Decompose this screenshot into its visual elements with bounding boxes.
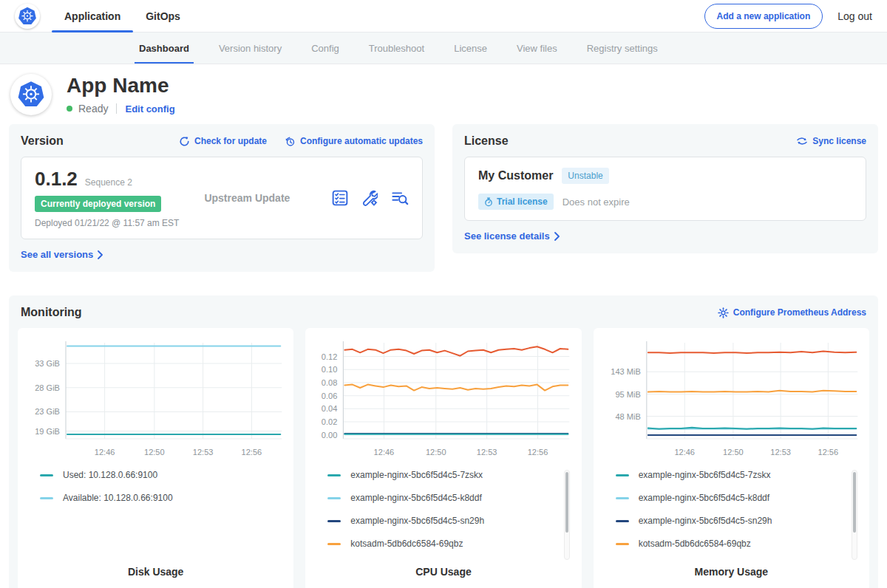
nav-tab-label: GitOps bbox=[146, 10, 180, 22]
nav-tab-application[interactable]: Application bbox=[52, 0, 133, 33]
link-label: Check for update bbox=[194, 136, 267, 146]
check-for-update-link[interactable]: Check for update bbox=[179, 136, 267, 147]
configure-prometheus-link[interactable]: Configure Prometheus Address bbox=[718, 307, 866, 318]
svg-text:23 GiB: 23 GiB bbox=[35, 407, 60, 416]
legend-label: example-nginx-5bc6f5d4c5-sn29h bbox=[350, 516, 484, 526]
legend-swatch bbox=[327, 474, 341, 476]
logout-button[interactable]: Log out bbox=[837, 10, 872, 22]
svg-text:12:46: 12:46 bbox=[674, 448, 695, 457]
sub-nav: Dashboard Version history Config Trouble… bbox=[0, 33, 887, 64]
deployed-badge: Currently deployed version bbox=[35, 196, 161, 212]
legend-swatch bbox=[327, 543, 341, 545]
edit-config-link[interactable]: Edit config bbox=[125, 103, 174, 114]
disk-usage-legend: Used: 10.128.0.66:9100Available: 10.128.… bbox=[25, 470, 286, 563]
legend-label: kotsadm-5db6dc6584-69qbz bbox=[639, 539, 751, 549]
legend-item: kotsadm-5db6dc6584-69qbz bbox=[616, 539, 862, 549]
chart-line bbox=[345, 346, 568, 355]
tab-config[interactable]: Config bbox=[296, 33, 354, 64]
configure-automatic-updates-link[interactable]: Configure automatic updates bbox=[285, 136, 423, 147]
svg-text:0.06: 0.06 bbox=[322, 392, 337, 400]
stopwatch-icon bbox=[484, 197, 493, 207]
svg-text:0.02: 0.02 bbox=[322, 417, 337, 426]
deployed-timestamp: Deployed 01/21/22 @ 11:57 am EST bbox=[35, 218, 179, 228]
app-header: App Name Ready Edit config bbox=[0, 64, 887, 124]
legend-scrollbar[interactable] bbox=[852, 470, 857, 560]
license-card-title: License bbox=[464, 134, 509, 148]
charts-row: 19 GiB23 GiB28 GiB33 GiB12:4612:5012:531… bbox=[18, 328, 869, 588]
legend-swatch bbox=[40, 497, 53, 499]
disk-usage-chart-card: 19 GiB23 GiB28 GiB33 GiB12:4612:5012:531… bbox=[18, 328, 293, 588]
legend-label: example-nginx-5bc6f5d4c5-7zskx bbox=[639, 470, 771, 480]
legend-swatch bbox=[40, 474, 53, 476]
legend-item: example-nginx-5bc6f5d4c5-sn29h bbox=[616, 516, 862, 526]
svg-text:12:56: 12:56 bbox=[528, 448, 548, 457]
svg-text:0.12: 0.12 bbox=[322, 352, 337, 361]
svg-text:28 GiB: 28 GiB bbox=[35, 383, 60, 392]
legend-item: example-nginx-5bc6f5d4c5-k8ddf bbox=[327, 493, 574, 503]
clock-refresh-icon bbox=[285, 136, 296, 147]
tab-view-files[interactable]: View files bbox=[502, 33, 572, 64]
config-wrench-icon[interactable] bbox=[361, 190, 378, 206]
see-all-versions-link[interactable]: See all versions bbox=[21, 249, 103, 260]
sync-arrows-icon bbox=[796, 136, 808, 146]
license-type-badge: Trial license bbox=[478, 194, 554, 210]
svg-text:12:46: 12:46 bbox=[374, 448, 395, 457]
svg-text:33 GiB: 33 GiB bbox=[35, 359, 60, 368]
link-label: Configure Prometheus Address bbox=[733, 307, 866, 318]
version-number: 0.1.2 bbox=[35, 168, 78, 191]
add-application-button[interactable]: Add a new application bbox=[704, 4, 823, 29]
chart-title: CPU Usage bbox=[313, 566, 574, 578]
legend-scrollbar[interactable] bbox=[564, 470, 570, 560]
license-box: My Customer Unstable Trial license Does … bbox=[464, 157, 866, 221]
status-dot bbox=[67, 106, 72, 112]
scrollbar-thumb[interactable] bbox=[565, 472, 568, 533]
legend-swatch bbox=[616, 543, 629, 545]
cpu-usage-chart-card: 0.000.020.040.060.080.100.1212:4612:5012… bbox=[305, 328, 581, 588]
legend-label: Used: 10.128.0.66:9100 bbox=[63, 470, 157, 480]
svg-text:0.00: 0.00 bbox=[322, 431, 337, 440]
cpu-usage-legend: example-nginx-5bc6f5d4c5-7zskxexample-ng… bbox=[313, 470, 574, 563]
monitoring-section: Monitoring Configure Prometheus Address … bbox=[9, 295, 878, 588]
monitoring-title: Monitoring bbox=[21, 306, 82, 319]
top-nav-right: Add a new application Log out bbox=[704, 4, 872, 29]
legend-item: Used: 10.128.0.66:9100 bbox=[40, 470, 286, 480]
nav-tab-gitops[interactable]: GitOps bbox=[133, 0, 193, 33]
link-label: See license details bbox=[464, 230, 550, 242]
svg-text:95 MiB: 95 MiB bbox=[615, 390, 640, 399]
kubernetes-logo[interactable] bbox=[15, 4, 40, 29]
tab-version-history[interactable]: Version history bbox=[204, 33, 296, 64]
memory-usage-chart-card: 48 MiB95 MiB143 MiB12:4612:5012:5312:56 … bbox=[594, 328, 869, 588]
chart-line bbox=[648, 391, 855, 392]
legend-label: Available: 10.128.0.66:9100 bbox=[63, 493, 173, 503]
svg-text:12:56: 12:56 bbox=[818, 448, 838, 457]
divider bbox=[116, 103, 117, 114]
chart-line bbox=[648, 351, 855, 353]
version-source: Upstream Update bbox=[204, 192, 290, 204]
kubernetes-app-icon bbox=[17, 81, 45, 109]
chart-title: Memory Usage bbox=[601, 566, 862, 578]
memory-usage-legend: example-nginx-5bc6f5d4c5-7zskxexample-ng… bbox=[601, 470, 862, 563]
legend-item: example-nginx-5bc6f5d4c5-7zskx bbox=[327, 470, 574, 480]
top-nav-tabs: Application GitOps bbox=[52, 0, 193, 33]
sync-license-link[interactable]: Sync license bbox=[796, 136, 866, 146]
preflight-checks-icon[interactable] bbox=[332, 190, 348, 206]
gear-icon bbox=[718, 307, 729, 318]
tab-troubleshoot[interactable]: Troubleshoot bbox=[354, 33, 439, 64]
status-label: Ready bbox=[78, 103, 108, 114]
tab-license[interactable]: License bbox=[439, 33, 502, 64]
legend-label: example-nginx-5bc6f5d4c5-k8ddf bbox=[350, 493, 481, 503]
legend-label: example-nginx-5bc6f5d4c5-sn29h bbox=[639, 516, 772, 526]
tab-dashboard[interactable]: Dashboard bbox=[124, 33, 204, 64]
kubernetes-logo-icon bbox=[18, 7, 37, 26]
tab-registry-settings[interactable]: Registry settings bbox=[572, 33, 673, 64]
link-label: Configure automatic updates bbox=[300, 136, 423, 146]
scrollbar-thumb[interactable] bbox=[853, 472, 856, 533]
svg-text:143 MiB: 143 MiB bbox=[611, 367, 640, 376]
version-card: Version Check for update bbox=[9, 124, 435, 272]
legend-label: example-nginx-5bc6f5d4c5-7zskx bbox=[350, 470, 483, 480]
view-logs-icon[interactable] bbox=[391, 190, 409, 206]
svg-text:12:50: 12:50 bbox=[144, 448, 165, 457]
see-license-details-link[interactable]: See license details bbox=[464, 230, 560, 242]
legend-item: example-nginx-5bc6f5d4c5-k8ddf bbox=[616, 493, 862, 503]
memory-usage-chart: 48 MiB95 MiB143 MiB12:4612:5012:5312:56 bbox=[601, 338, 862, 462]
